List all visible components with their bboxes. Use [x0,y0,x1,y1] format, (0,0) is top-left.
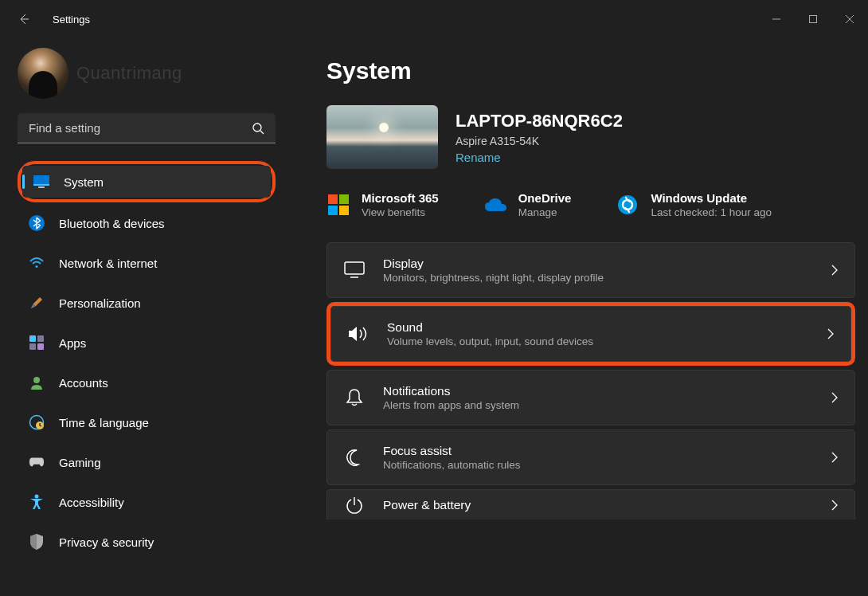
svg-rect-14 [37,343,44,350]
nav-label: Personalization [59,296,141,310]
service-onedrive[interactable]: OneDrive Manage [483,191,572,218]
sidebar-item-bluetooth[interactable]: Bluetooth & devices [18,207,276,239]
apps-icon [29,335,45,351]
back-button[interactable] [18,13,30,25]
sidebar-item-gaming[interactable]: Gaming [18,446,276,478]
app-title: Settings [53,14,90,25]
chevron-right-icon [831,264,839,276]
bell-icon [343,386,366,409]
svg-rect-11 [29,335,36,342]
svc-sub: Last checked: 1 hour ago [651,206,772,218]
avatar [18,48,68,99]
nav-label: System [64,175,104,189]
svg-point-4 [253,124,261,131]
sidebar-item-apps[interactable]: Apps [18,327,276,359]
service-m365[interactable]: Microsoft 365 View benefits [326,191,439,218]
system-icon [33,174,49,190]
update-icon [616,193,639,217]
device-wallpaper-thumb [326,105,438,169]
monitor-icon [343,259,366,281]
nav-label: Accessibility [59,496,124,509]
card-sub: Notifications, automatic rules [383,459,813,471]
nav-label: Accounts [59,376,108,390]
nav-label: Time & language [59,416,149,429]
sidebar-item-time[interactable]: Time & language [18,406,276,438]
card-focus-assist[interactable]: Focus assist Notifications, automatic ru… [326,429,855,485]
highlight-system: System [18,161,276,202]
sidebar-item-network[interactable]: Network & internet [18,247,276,279]
chevron-right-icon [831,499,839,512]
search-icon [252,122,264,135]
card-title: Display [383,257,813,271]
sidebar-item-accessibility[interactable]: Accessibility [18,486,276,518]
svg-rect-19 [328,194,338,204]
bluetooth-icon [29,215,45,231]
svg-point-23 [618,195,637,214]
device-model: Aspire A315-54K [456,135,623,147]
nav-label: Privacy & security [59,535,154,549]
svg-rect-7 [33,184,49,186]
svg-rect-13 [29,343,36,350]
svg-rect-22 [339,206,349,215]
close-button[interactable] [831,0,868,38]
card-display[interactable]: Display Monitors, brightness, night ligh… [326,242,855,298]
svc-sub: Manage [518,206,572,218]
svc-title: Windows Update [651,191,772,205]
sidebar-item-personalization[interactable]: Personalization [18,287,276,319]
card-power[interactable]: Power & battery [326,489,855,520]
nav-label: Bluetooth & devices [59,217,165,230]
clock-globe-icon [29,414,45,430]
card-sub: Alerts from apps and system [383,399,813,411]
svg-rect-8 [38,186,45,188]
person-icon [29,374,45,390]
search-input[interactable] [18,113,276,143]
chevron-right-icon [827,327,835,340]
svg-point-15 [33,377,40,383]
paintbrush-icon [29,295,45,311]
wifi-icon [29,255,45,271]
card-title: Focus assist [383,444,813,458]
nav-label: Gaming [59,456,101,469]
chevron-right-icon [831,391,839,404]
card-title: Sound [387,320,809,335]
svg-rect-20 [339,194,349,204]
power-icon [343,494,366,516]
chevron-right-icon [831,451,839,464]
svg-rect-1 [810,16,817,23]
shield-icon [29,534,45,550]
service-update[interactable]: Windows Update Last checked: 1 hour ago [616,191,772,218]
svc-title: OneDrive [518,191,572,205]
cloud-icon [483,193,507,217]
maximize-button[interactable] [795,0,831,38]
svg-line-5 [260,131,264,134]
svc-sub: View benefits [362,206,439,218]
window-controls [758,0,868,38]
card-sub: Volume levels, output, input, sound devi… [387,335,809,347]
page-title: System [326,57,855,84]
minimize-button[interactable] [758,0,795,38]
microsoft-icon [326,193,350,217]
accessibility-icon [29,494,45,510]
watermark: Quantrimang [76,63,182,84]
highlight-sound: Sound Volume levels, output, input, soun… [326,302,855,366]
sidebar-item-system[interactable]: System [22,166,271,198]
card-sub: Monitors, brightness, night light, displ… [383,272,813,284]
main-content: System LAPTOP-86NQR6C2 Aspire A315-54K R… [285,38,868,596]
card-title: Notifications [383,384,813,398]
rename-link[interactable]: Rename [456,151,623,164]
card-title: Power & battery [383,498,813,512]
svg-point-18 [35,495,39,499]
sidebar: Quantrimang System [0,38,285,596]
card-notifications[interactable]: Notifications Alerts from apps and syste… [326,370,855,425]
volume-icon [347,323,369,345]
card-sound[interactable]: Sound Volume levels, output, input, soun… [330,306,851,362]
svg-rect-12 [37,335,44,342]
svc-title: Microsoft 365 [362,191,439,205]
sidebar-item-privacy[interactable]: Privacy & security [18,526,276,558]
nav-label: Network & internet [59,257,157,270]
sidebar-item-accounts[interactable]: Accounts [18,367,276,398]
profile[interactable]: Quantrimang [18,38,276,113]
device-name: LAPTOP-86NQR6C2 [456,111,623,131]
gamepad-icon [29,454,45,470]
titlebar: Settings [0,0,868,38]
